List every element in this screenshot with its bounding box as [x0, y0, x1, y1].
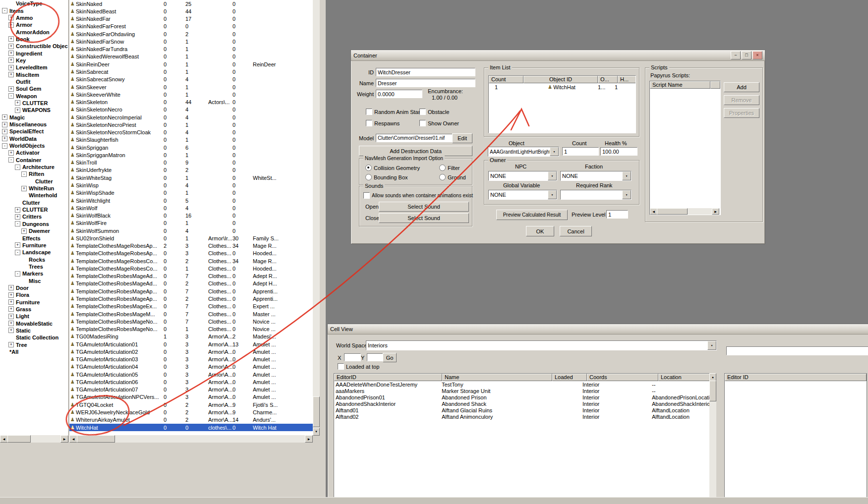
object-row[interactable]: ♟TemplateClothesMageRobesAp...03Clothes.…: [69, 250, 313, 257]
tree-item[interactable]: +WEAPONS: [0, 107, 68, 113]
minimize-button[interactable]: −: [731, 51, 741, 59]
model-input[interactable]: Clutter\Common\Dresser01.nif: [376, 134, 453, 142]
object-row[interactable]: ♟SkinReinDeer010ReinDeer: [69, 60, 313, 68]
container-dialog-titlebar[interactable]: Container − □ ×: [351, 50, 765, 61]
collapse-minus-icon[interactable]: -: [8, 93, 14, 99]
cell-view-titlebar[interactable]: Cell View: [328, 324, 868, 335]
tree-item[interactable]: +LeveledItem: [0, 64, 68, 71]
object-row[interactable]: ♟SkinSabrecatSnowy040: [69, 76, 313, 83]
scroll-left-icon[interactable]: ◀: [650, 208, 657, 215]
object-row[interactable]: ♟TemplateClothesMageRobesCo...02Clothes.…: [69, 257, 313, 265]
object-row[interactable]: ♟TGAmuletofArticulation0503Armor\A...0Am…: [69, 371, 313, 378]
item-list[interactable]: Count Object ID O... H... V... 1 ♟WitchH…: [488, 75, 636, 133]
tree-item[interactable]: +CLUTTER: [0, 100, 68, 107]
collapse-minus-icon[interactable]: -: [21, 171, 27, 177]
tree-item[interactable]: +Furniture: [0, 298, 68, 305]
expand-plus-icon[interactable]: +: [8, 150, 14, 156]
tree-item[interactable]: -Landscape: [0, 249, 68, 256]
scrollbar-thumb[interactable]: [7, 435, 31, 443]
scrollbar-thumb[interactable]: [657, 208, 688, 215]
ground-radio[interactable]: Ground: [439, 174, 466, 180]
object-row[interactable]: ♟SkinWolf040: [69, 204, 313, 212]
expand-plus-icon[interactable]: +: [2, 129, 7, 134]
object-row[interactable]: ♟TGAmuletofArticulationNPCVers...03Armor…: [69, 393, 313, 401]
dropdown-arrow-icon[interactable]: ▼: [707, 341, 716, 350]
script-list[interactable]: Script Name ◀ ▶: [649, 81, 721, 215]
expand-plus-icon[interactable]: +: [2, 114, 7, 120]
object-row[interactable]: ♟TG00MadesiRing13Armor\A...2Madesi'...: [69, 333, 313, 340]
cell-filter-input[interactable]: [726, 346, 868, 355]
object-row[interactable]: ♟TemplateClothesMageRobesCo...01Clothes.…: [69, 265, 313, 272]
global-variable-dropdown[interactable]: NONE ▼: [488, 190, 557, 200]
expand-plus-icon[interactable]: +: [8, 57, 14, 63]
tree-item[interactable]: -Items: [0, 7, 68, 14]
allow-sounds-checkbox[interactable]: Allow sounds when container animations e…: [363, 192, 473, 199]
expand-plus-icon[interactable]: +: [8, 299, 14, 305]
column-header-editorid[interactable]: EditorID: [334, 374, 442, 381]
edit-model-button[interactable]: Edit: [452, 133, 472, 143]
object-row[interactable]: ♟SkinNakedWerewolfBeast010: [69, 53, 313, 60]
object-row[interactable]: ♟TGAmuletofArticulation0303Armor\A...0Am…: [69, 355, 313, 363]
script-properties-button[interactable]: Properties: [724, 108, 759, 118]
expand-plus-icon[interactable]: +: [8, 328, 14, 333]
tree-item[interactable]: +Constructible Objec: [0, 43, 68, 50]
required-rank-dropdown[interactable]: ▼: [560, 190, 632, 200]
dropdown-arrow-icon[interactable]: ▼: [622, 190, 631, 199]
item-list-row[interactable]: 1 ♟WitchHat 1... 1: [489, 83, 636, 91]
tree-item[interactable]: +CLUTTER: [0, 206, 68, 213]
expand-plus-icon[interactable]: +: [21, 186, 27, 191]
faction-dropdown[interactable]: NONE ▼: [560, 171, 632, 181]
scroll-down-icon[interactable]: ▼: [313, 428, 320, 436]
tree-item[interactable]: +Furniture: [0, 242, 68, 249]
id-input[interactable]: WitchDresser: [376, 68, 475, 76]
object-row[interactable]: ♟SkinTroll090: [69, 159, 313, 167]
expand-plus-icon[interactable]: +: [15, 207, 20, 213]
tree-item[interactable]: +Activator: [0, 149, 68, 156]
expand-plus-icon[interactable]: +: [8, 44, 14, 49]
object-row[interactable]: ♟SkinWitchlight050: [69, 197, 313, 204]
tree-item[interactable]: +MiscItem: [0, 71, 68, 78]
cell-table[interactable]: EditorID Name Loaded Coords Location AAA…: [334, 373, 710, 504]
random-anim-start-checkbox[interactable]: Random Anim Start: [366, 109, 421, 115]
scrollbar-thumb[interactable]: [709, 381, 716, 401]
object-row[interactable]: ♟TGAmuletofArticulation0703Armor\A...0Am…: [69, 386, 313, 393]
tree-item[interactable]: +Critters: [0, 213, 68, 220]
object-row[interactable]: ♟WERJ06JewelryNecklaceGold02Armor\A...9C…: [69, 408, 313, 416]
tree-item[interactable]: +Soul Gem: [0, 85, 68, 92]
expand-plus-icon[interactable]: +: [8, 285, 14, 290]
scroll-left-icon[interactable]: ◀: [69, 435, 77, 443]
collapse-minus-icon[interactable]: -: [2, 143, 7, 149]
cell-row[interactable]: AbandonedShackInteriorAbandoned ShackInt…: [334, 400, 710, 407]
tree-item[interactable]: +Grass: [0, 306, 68, 313]
tree-item[interactable]: +Static: [0, 327, 68, 334]
tree-item[interactable]: -Dungeons: [0, 221, 68, 227]
tree-item[interactable]: Winterhold: [0, 192, 68, 199]
expand-plus-icon[interactable]: +: [8, 306, 14, 312]
collapse-minus-icon[interactable]: -: [15, 221, 20, 226]
tree-item[interactable]: Clutter: [0, 178, 68, 185]
health-input[interactable]: 100.00: [600, 147, 637, 156]
tree-item[interactable]: -Architecture: [0, 164, 68, 170]
object-row[interactable]: ♟WhiterunAirkayAmulet02Armor\A...14Andur…: [69, 416, 313, 424]
obstacle-checkbox[interactable]: Obstacle: [419, 109, 449, 115]
tree-item[interactable]: -Weapon: [0, 92, 68, 99]
tree-item[interactable]: -Markers: [0, 270, 68, 277]
ok-button[interactable]: OK: [526, 226, 554, 236]
loaded-at-top-checkbox[interactable]: Loaded at top: [338, 363, 379, 370]
column-header-name[interactable]: Name: [442, 374, 552, 381]
object-row[interactable]: ♟TGTQ04Locket02Armor\A...9Fjotli's S...: [69, 401, 313, 408]
object-dropdown[interactable]: AAAGrantIntLightHurtBrightB ▼: [488, 147, 559, 157]
object-row[interactable]: ♟SkinWisp040: [69, 181, 313, 189]
collapse-minus-icon[interactable]: -: [8, 157, 14, 163]
tree-item[interactable]: -Riften: [0, 170, 68, 177]
object-row[interactable]: ♟SkinSkeletonNecroPriest010: [69, 121, 313, 128]
tree-item[interactable]: +Ingredient: [0, 50, 68, 56]
npc-dropdown[interactable]: NONE ▼: [488, 171, 557, 181]
expand-plus-icon[interactable]: +: [8, 72, 14, 77]
filter-radio[interactable]: Filter: [439, 165, 460, 171]
object-row[interactable]: ♟SkinNakedFarForest000: [69, 23, 313, 30]
object-row[interactable]: ♟SkinSpriggan060: [69, 144, 313, 151]
tree-item[interactable]: +Door: [0, 284, 68, 291]
scroll-right-icon[interactable]: ▶: [712, 208, 719, 215]
dropdown-arrow-icon[interactable]: ▼: [622, 171, 631, 180]
